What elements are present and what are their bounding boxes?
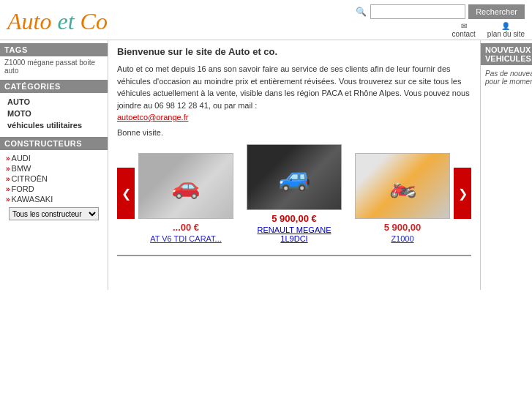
product-card: 5 900,00 € RENAULT MEGANE 1L9DCI xyxy=(243,144,345,243)
search-input[interactable] xyxy=(370,4,465,19)
envelope-icon: ✉ xyxy=(461,22,467,30)
search-bar: 🔍 Rechercher xyxy=(354,4,525,19)
logo: Auto et Co xyxy=(7,8,108,35)
product-price: 5 900,00 xyxy=(384,222,422,233)
constructor-audi[interactable]: » AUDI xyxy=(4,153,103,163)
constructor-kawasaki[interactable]: » KAWASAKI xyxy=(4,194,103,204)
constructor-bmw[interactable]: » BMW xyxy=(4,163,103,174)
arrow-icon: » xyxy=(6,165,10,173)
search-button[interactable]: Rechercher xyxy=(468,4,525,19)
search-icon: 🔍 xyxy=(354,5,367,18)
categories-title: CATÉGORIES xyxy=(0,80,108,93)
constructors-dropdown[interactable]: Tous les constructeur xyxy=(9,207,99,220)
tags-section: TAGS Z1000 mégane passat boite auto xyxy=(0,43,108,77)
content: Bienvenue sur le site de Auto et co. Aut… xyxy=(108,40,480,290)
arrow-icon: » xyxy=(6,185,10,193)
product-name[interactable]: AT V6 TDI CARAT... xyxy=(150,234,222,243)
new-vehicles-content: Pas de nouveau produit pour le moment xyxy=(481,65,532,90)
product-name[interactable]: Z1000 xyxy=(391,234,413,243)
header: Auto et Co 🔍 Rechercher ✉ contact 👤 plan… xyxy=(0,0,532,40)
next-button[interactable]: ❯ xyxy=(454,168,471,219)
welcome-text: Auto et co met depuis 16 ans son savoir … xyxy=(117,63,471,124)
product-card: ...00 € AT V6 TDI CARAT... xyxy=(135,153,237,243)
arrow-icon: » xyxy=(6,154,10,163)
category-vehicules[interactable]: véhicules utilitaires xyxy=(4,119,103,131)
right-sidebar: NOUVEAUX VEHICULES Pas de nouveau produi… xyxy=(480,40,532,290)
product-name[interactable]: RENAULT MEGANE 1L9DCI xyxy=(243,225,345,243)
tags-title: TAGS xyxy=(0,43,108,56)
prev-button[interactable]: ❮ xyxy=(117,168,135,219)
constructor-ford[interactable]: » FORD xyxy=(4,184,103,194)
sidebar: TAGS Z1000 mégane passat boite auto CATÉ… xyxy=(0,40,108,290)
constructeurs-list: » AUDI » BMW » CITROËN » FORD » KAWASA xyxy=(0,150,108,226)
arrow-icon: » xyxy=(6,195,10,204)
sitemap-icon: 👤 xyxy=(501,22,510,30)
product-price: 5 900,00 € xyxy=(271,213,316,224)
arrow-icon: » xyxy=(6,175,10,183)
categories-section: CATÉGORIES AUTO MOTO véhicules utilitair… xyxy=(0,80,108,134)
category-auto[interactable]: AUTO xyxy=(4,96,103,108)
categories-list: AUTO MOTO véhicules utilitaires xyxy=(0,93,108,134)
welcome-title: Bienvenue sur le site de Auto et co. xyxy=(117,46,471,57)
all-constructors: Tous les constructeur xyxy=(9,207,99,220)
product-image xyxy=(247,144,342,210)
product-price: ...00 € xyxy=(173,222,199,233)
constructor-citroen[interactable]: » CITROËN xyxy=(4,174,103,184)
category-moto[interactable]: MOTO xyxy=(4,108,103,119)
main-layout: TAGS Z1000 mégane passat boite auto CATÉ… xyxy=(0,40,532,290)
email-link[interactable]: autoetco@orange.fr xyxy=(117,113,188,122)
product-image xyxy=(355,153,450,219)
nav-links: ✉ contact 👤 plan du site xyxy=(452,22,525,38)
constructeurs-section: CONSTRUCTEURS » AUDI » BMW » CITROËN » F… xyxy=(0,137,108,226)
header-right: 🔍 Rechercher ✉ contact 👤 plan du site xyxy=(354,4,525,38)
products-area: ❮ ...00 € AT V6 TDI CARAT... 5 900,00 € … xyxy=(117,144,471,243)
product-card: 5 900,00 Z1000 xyxy=(351,153,454,243)
new-vehicles-title: NOUVEAUX VEHICULES xyxy=(481,43,532,65)
product-image xyxy=(138,153,233,219)
products-list: ...00 € AT V6 TDI CARAT... 5 900,00 € RE… xyxy=(135,144,454,243)
tags-content: Z1000 mégane passat boite auto xyxy=(0,56,108,77)
nav-plan[interactable]: 👤 plan du site xyxy=(487,22,525,38)
constructeurs-title: CONSTRUCTEURS xyxy=(0,137,108,150)
nav-contact[interactable]: ✉ contact xyxy=(452,22,476,38)
welcome-end: Bonne visite. xyxy=(117,128,471,137)
footer-bar xyxy=(117,255,471,284)
